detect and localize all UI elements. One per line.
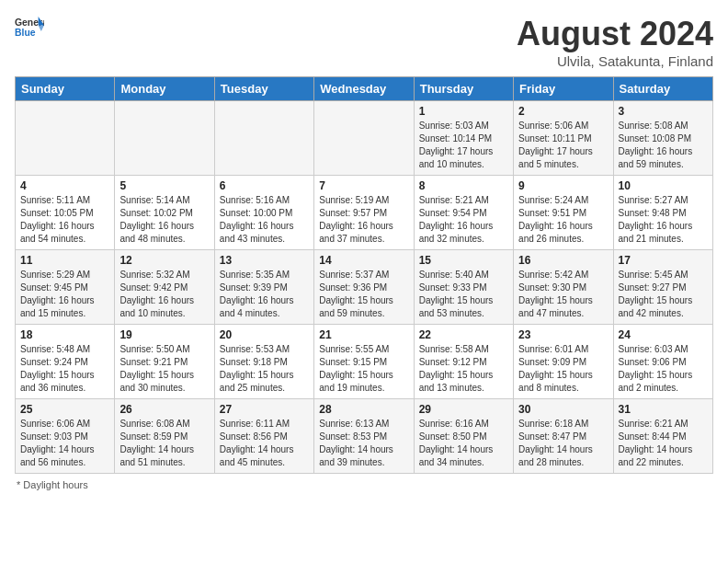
day-info: Sunrise: 5:37 AM Sunset: 9:36 PM Dayligh… — [319, 269, 408, 320]
logo-icon: General Blue — [15, 15, 44, 40]
day-number: 8 — [419, 179, 508, 192]
calendar-subtitle: Ulvila, Satakunta, Finland — [517, 53, 713, 69]
day-info: Sunrise: 6:08 AM Sunset: 8:59 PM Dayligh… — [119, 418, 209, 469]
day-cell: 4Sunrise: 5:11 AM Sunset: 10:05 PM Dayli… — [16, 176, 115, 250]
day-cell: 30Sunrise: 6:18 AM Sunset: 8:47 PM Dayli… — [514, 399, 613, 474]
col-saturday: Saturday — [613, 77, 712, 101]
col-thursday: Thursday — [414, 77, 513, 101]
day-cell: 1Sunrise: 5:03 AM Sunset: 10:14 PM Dayli… — [414, 101, 513, 176]
day-cell: 19Sunrise: 5:50 AM Sunset: 9:21 PM Dayli… — [115, 325, 214, 399]
title-block: August 2024 Ulvila, Satakunta, Finland — [517, 15, 713, 69]
day-number: 24 — [619, 328, 708, 341]
day-cell: 8Sunrise: 5:21 AM Sunset: 9:54 PM Daylig… — [414, 176, 513, 250]
day-number: 19 — [119, 328, 209, 341]
day-info: Sunrise: 5:45 AM Sunset: 9:27 PM Dayligh… — [619, 269, 708, 320]
day-cell: 10Sunrise: 5:27 AM Sunset: 9:48 PM Dayli… — [613, 176, 712, 250]
day-cell: 23Sunrise: 6:01 AM Sunset: 9:09 PM Dayli… — [514, 325, 613, 399]
day-info: Sunrise: 5:58 AM Sunset: 9:12 PM Dayligh… — [419, 343, 508, 395]
day-info: Sunrise: 5:19 AM Sunset: 9:57 PM Dayligh… — [319, 194, 408, 246]
day-info: Sunrise: 5:40 AM Sunset: 9:33 PM Dayligh… — [419, 269, 508, 320]
day-number: 17 — [619, 254, 708, 267]
day-number: 7 — [319, 179, 408, 192]
day-info: Sunrise: 5:48 AM Sunset: 9:24 PM Dayligh… — [20, 343, 109, 395]
day-number: 16 — [518, 254, 608, 267]
col-tuesday: Tuesday — [214, 77, 313, 101]
day-cell — [16, 101, 115, 176]
calendar-title: August 2024 — [517, 15, 713, 53]
day-info: Sunrise: 6:21 AM Sunset: 8:44 PM Dayligh… — [619, 418, 708, 469]
day-cell: 13Sunrise: 5:35 AM Sunset: 9:39 PM Dayli… — [214, 250, 313, 325]
week-row-1: 1Sunrise: 5:03 AM Sunset: 10:14 PM Dayli… — [16, 101, 713, 176]
calendar-header-row: Sunday Monday Tuesday Wednesday Thursday… — [16, 77, 713, 101]
day-cell: 29Sunrise: 6:16 AM Sunset: 8:50 PM Dayli… — [414, 399, 513, 474]
week-row-5: 25Sunrise: 6:06 AM Sunset: 9:03 PM Dayli… — [16, 399, 713, 474]
week-row-4: 18Sunrise: 5:48 AM Sunset: 9:24 PM Dayli… — [16, 325, 713, 399]
day-info: Sunrise: 5:32 AM Sunset: 9:42 PM Dayligh… — [119, 269, 209, 320]
day-cell: 2Sunrise: 5:06 AM Sunset: 10:11 PM Dayli… — [514, 101, 613, 176]
day-cell: 9Sunrise: 5:24 AM Sunset: 9:51 PM Daylig… — [514, 176, 613, 250]
day-info: Sunrise: 5:29 AM Sunset: 9:45 PM Dayligh… — [20, 269, 109, 320]
day-cell: 28Sunrise: 6:13 AM Sunset: 8:53 PM Dayli… — [314, 399, 414, 474]
svg-marker-3 — [39, 26, 44, 31]
day-cell: 12Sunrise: 5:32 AM Sunset: 9:42 PM Dayli… — [115, 250, 214, 325]
day-cell: 5Sunrise: 5:14 AM Sunset: 10:02 PM Dayli… — [115, 176, 214, 250]
day-cell: 6Sunrise: 5:16 AM Sunset: 10:00 PM Dayli… — [214, 176, 313, 250]
day-cell: 21Sunrise: 5:55 AM Sunset: 9:15 PM Dayli… — [314, 325, 414, 399]
col-friday: Friday — [514, 77, 613, 101]
day-number: 30 — [518, 403, 608, 416]
col-monday: Monday — [115, 77, 214, 101]
day-cell: 16Sunrise: 5:42 AM Sunset: 9:30 PM Dayli… — [514, 250, 613, 325]
day-info: Sunrise: 6:18 AM Sunset: 8:47 PM Dayligh… — [518, 418, 608, 469]
day-cell: 20Sunrise: 5:53 AM Sunset: 9:18 PM Dayli… — [214, 325, 313, 399]
day-number: 6 — [220, 179, 309, 192]
day-cell — [115, 101, 214, 176]
day-info: Sunrise: 5:11 AM Sunset: 10:05 PM Daylig… — [20, 194, 109, 246]
day-cell: 14Sunrise: 5:37 AM Sunset: 9:36 PM Dayli… — [314, 250, 414, 325]
day-info: Sunrise: 5:08 AM Sunset: 10:08 PM Daylig… — [619, 120, 708, 171]
day-info: Sunrise: 5:53 AM Sunset: 9:18 PM Dayligh… — [220, 343, 309, 395]
day-cell — [314, 101, 414, 176]
day-cell: 7Sunrise: 5:19 AM Sunset: 9:57 PM Daylig… — [314, 176, 414, 250]
day-cell — [214, 101, 313, 176]
day-info: Sunrise: 6:13 AM Sunset: 8:53 PM Dayligh… — [319, 418, 408, 469]
day-number: 15 — [419, 254, 508, 267]
day-info: Sunrise: 6:06 AM Sunset: 9:03 PM Dayligh… — [20, 418, 109, 469]
day-info: Sunrise: 5:06 AM Sunset: 10:11 PM Daylig… — [518, 120, 608, 171]
day-info: Sunrise: 5:24 AM Sunset: 9:51 PM Dayligh… — [518, 194, 608, 246]
day-info: Sunrise: 5:14 AM Sunset: 10:02 PM Daylig… — [119, 194, 209, 246]
day-info: Sunrise: 5:03 AM Sunset: 10:14 PM Daylig… — [419, 120, 508, 171]
day-number: 13 — [220, 254, 309, 267]
day-cell: 27Sunrise: 6:11 AM Sunset: 8:56 PM Dayli… — [214, 399, 313, 474]
day-number: 28 — [319, 403, 408, 416]
day-cell: 26Sunrise: 6:08 AM Sunset: 8:59 PM Dayli… — [115, 399, 214, 474]
day-info: Sunrise: 6:11 AM Sunset: 8:56 PM Dayligh… — [220, 418, 309, 469]
day-cell: 24Sunrise: 6:03 AM Sunset: 9:06 PM Dayli… — [613, 325, 712, 399]
day-cell: 17Sunrise: 5:45 AM Sunset: 9:27 PM Dayli… — [613, 250, 712, 325]
day-number: 10 — [619, 179, 708, 192]
day-number: 21 — [319, 328, 408, 341]
day-number: 1 — [419, 105, 508, 118]
day-number: 31 — [619, 403, 708, 416]
page-header: General Blue August 2024 Ulvila, Satakun… — [15, 15, 713, 69]
week-row-2: 4Sunrise: 5:11 AM Sunset: 10:05 PM Dayli… — [16, 176, 713, 250]
day-number: 29 — [419, 403, 508, 416]
day-number: 20 — [220, 328, 309, 341]
day-number: 26 — [119, 403, 209, 416]
daylight-hours-label: Daylight hours — [23, 479, 87, 490]
day-cell: 22Sunrise: 5:58 AM Sunset: 9:12 PM Dayli… — [414, 325, 513, 399]
day-number: 18 — [20, 328, 109, 341]
day-number: 9 — [518, 179, 608, 192]
day-cell: 18Sunrise: 5:48 AM Sunset: 9:24 PM Dayli… — [16, 325, 115, 399]
day-cell: 15Sunrise: 5:40 AM Sunset: 9:33 PM Dayli… — [414, 250, 513, 325]
day-info: Sunrise: 5:21 AM Sunset: 9:54 PM Dayligh… — [419, 194, 508, 246]
day-info: Sunrise: 5:27 AM Sunset: 9:48 PM Dayligh… — [619, 194, 708, 246]
day-info: Sunrise: 6:01 AM Sunset: 9:09 PM Dayligh… — [518, 343, 608, 395]
day-number: 12 — [119, 254, 209, 267]
day-info: Sunrise: 6:16 AM Sunset: 8:50 PM Dayligh… — [419, 418, 508, 469]
day-info: Sunrise: 5:55 AM Sunset: 9:15 PM Dayligh… — [319, 343, 408, 395]
day-number: 22 — [419, 328, 508, 341]
day-number: 23 — [518, 328, 608, 341]
day-number: 27 — [220, 403, 309, 416]
day-number: 3 — [619, 105, 708, 118]
svg-text:Blue: Blue — [15, 28, 36, 38]
